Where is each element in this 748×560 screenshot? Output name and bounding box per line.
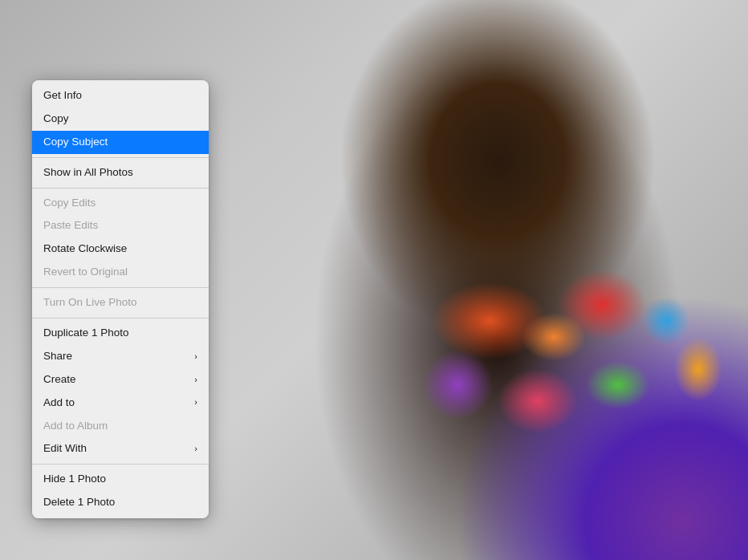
menu-item-label: Show in All Photos <box>43 165 133 181</box>
menu-item-create[interactable]: Create› <box>32 368 209 392</box>
submenu-chevron-icon: › <box>194 396 197 408</box>
menu-item-add-to[interactable]: Add to› <box>32 392 209 415</box>
menu-item-label: Copy Subject <box>43 135 108 150</box>
menu-item-edit-with[interactable]: Edit With› <box>32 437 209 461</box>
menu-item-label: Copy <box>43 112 69 127</box>
menu-item-label: Copy Edits <box>43 196 96 211</box>
menu-item-label: Duplicate 1 Photo <box>43 326 129 341</box>
menu-item-label: Paste Edits <box>43 218 98 233</box>
menu-item-delete-photo[interactable]: Delete 1 Photo <box>32 491 209 514</box>
menu-item-label: Get Info <box>43 88 82 103</box>
context-menu: Get InfoCopyCopy SubjectShow in All Phot… <box>32 80 209 518</box>
menu-item-copy-edits: Copy Edits <box>32 192 209 215</box>
menu-item-label: Add to Album <box>43 419 108 434</box>
menu-item-paste-edits: Paste Edits <box>32 214 209 237</box>
menu-item-show-in-all-photos[interactable]: Show in All Photos <box>32 161 209 185</box>
jacket-colors <box>217 160 748 560</box>
menu-item-label: Edit With <box>43 441 87 457</box>
menu-item-get-info[interactable]: Get Info <box>32 84 209 108</box>
menu-separator <box>32 287 209 288</box>
menu-item-hide-photo[interactable]: Hide 1 Photo <box>32 468 209 491</box>
submenu-chevron-icon: › <box>194 374 197 386</box>
menu-item-label: Rotate Clockwise <box>43 241 127 257</box>
menu-item-copy-subject[interactable]: Copy Subject <box>32 131 209 154</box>
menu-item-label: Revert to Original <box>43 265 128 280</box>
menu-item-label: Create <box>43 372 76 388</box>
menu-item-duplicate-photo[interactable]: Duplicate 1 Photo <box>32 322 209 345</box>
menu-item-rotate-clockwise[interactable]: Rotate Clockwise <box>32 237 209 261</box>
menu-separator <box>32 464 209 465</box>
menu-item-label: Add to <box>43 396 75 411</box>
submenu-chevron-icon: › <box>194 443 197 455</box>
menu-item-label: Hide 1 Photo <box>43 472 106 487</box>
menu-item-label: Share <box>43 349 72 364</box>
menu-item-turn-on-live-photo: Turn On Live Photo <box>32 291 209 314</box>
menu-item-copy[interactable]: Copy <box>32 108 209 131</box>
menu-item-label: Delete 1 Photo <box>43 495 115 510</box>
menu-separator <box>32 157 209 158</box>
menu-separator <box>32 318 209 319</box>
menu-item-label: Turn On Live Photo <box>43 295 137 310</box>
submenu-chevron-icon: › <box>194 351 197 363</box>
menu-item-revert-to-original: Revert to Original <box>32 261 209 284</box>
menu-separator <box>32 188 209 189</box>
menu-item-share[interactable]: Share› <box>32 345 209 368</box>
menu-item-add-to-album: Add to Album <box>32 415 209 438</box>
